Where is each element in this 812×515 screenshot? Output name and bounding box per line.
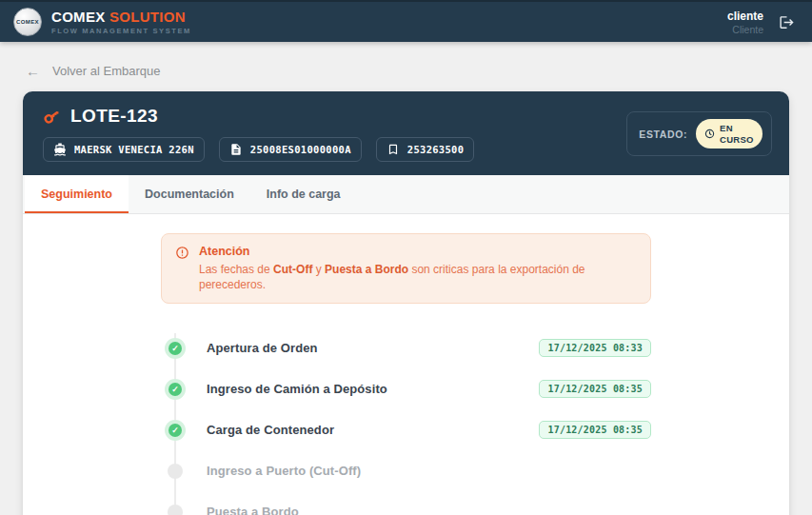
tab-info-de-carga[interactable]: Info de carga xyxy=(250,175,357,213)
alert-text-prefix: Las fechas de xyxy=(199,263,273,276)
step-marker: ✓ xyxy=(161,338,189,359)
brand-name: COMEX xyxy=(51,9,106,25)
timeline-step-ingreso-camion: ✓ Ingreso de Camión a Depósito 17/12/202… xyxy=(161,368,651,409)
timeline-step-puesta-a-bordo: Puesta a Bordo xyxy=(161,491,651,515)
step-timestamp: 17/12/2025 08:33 xyxy=(539,339,651,357)
check-icon: ✓ xyxy=(168,383,182,396)
reference-badge: 253263500 xyxy=(376,137,475,162)
card-header: LOTE-123 MAERSK VENECIA 226N 25008ES0100… xyxy=(23,91,789,175)
vessel-value: MAERSK VENECIA 226N xyxy=(74,144,194,155)
check-icon: ✓ xyxy=(168,424,182,437)
status-box: ESTADO: EN CURSO xyxy=(626,111,772,156)
step-label: Puesta a Bordo xyxy=(207,505,299,515)
timeline-step-ingreso-puerto: Ingreso a Puerto (Cut-Off) xyxy=(161,450,651,491)
step-timestamp: 17/12/2025 08:35 xyxy=(539,421,651,439)
status-badge: EN CURSO xyxy=(696,119,762,149)
status-value: EN CURSO xyxy=(720,123,752,145)
user-text: cliente Cliente xyxy=(727,10,763,35)
tracking-timeline: ✓ Apertura de Orden 17/12/2025 08:33 ✓ I… xyxy=(161,327,651,515)
bookmark-icon xyxy=(386,143,400,156)
tab-content: Atención Las fechas de Cut-Off y Puesta … xyxy=(23,214,789,515)
clock-icon xyxy=(704,129,715,139)
check-circle-icon: ✓ xyxy=(165,338,186,359)
ship-icon xyxy=(53,143,67,156)
check-icon: ✓ xyxy=(168,342,182,355)
step-marker: ✓ xyxy=(161,379,189,400)
comex-logo-icon: COMEX xyxy=(13,8,42,36)
brand-text: COMEX SOLUTION FLOW MANAGEMENT SYSTEM xyxy=(51,9,191,35)
vessel-badge: MAERSK VENECIA 226N xyxy=(43,137,205,162)
brand-title: COMEX SOLUTION xyxy=(51,9,191,25)
step-label: Ingreso de Camión a Depósito xyxy=(207,382,387,396)
alert-icon xyxy=(175,246,189,292)
user-role: Cliente xyxy=(727,24,763,35)
brand-subtitle: FLOW MANAGEMENT SYSTEM xyxy=(51,27,191,35)
check-circle-icon: ✓ xyxy=(165,420,186,441)
timeline-step-carga-contenedor: ✓ Carga de Contenedor 17/12/2025 08:35 xyxy=(161,409,651,450)
key-icon xyxy=(39,104,64,129)
alert-bold-puesta: Puesta a Bordo xyxy=(325,263,408,276)
lot-title: LOTE-123 xyxy=(70,106,158,127)
app-header: COMEX COMEX SOLUTION FLOW MANAGEMENT SYS… xyxy=(0,0,812,42)
user-area: cliente Cliente xyxy=(727,10,795,35)
status-label: ESTADO: xyxy=(639,129,687,140)
back-arrow-icon: ← xyxy=(26,63,40,79)
logout-button[interactable] xyxy=(779,14,795,30)
reference-value: 253263500 xyxy=(407,144,465,155)
alert-body: Atención Las fechas de Cut-Off y Puesta … xyxy=(199,245,637,292)
alert-text-mid: y xyxy=(312,263,325,276)
booking-badge: 25008ES01000000A xyxy=(219,137,362,162)
alert-text: Las fechas de Cut-Off y Puesta a Bordo s… xyxy=(199,262,637,292)
step-label: Apertura de Orden xyxy=(207,341,318,355)
content-column: Atención Las fechas de Cut-Off y Puesta … xyxy=(161,233,651,515)
back-link[interactable]: ← Volver al Embarque xyxy=(0,42,160,79)
brand: COMEX COMEX SOLUTION FLOW MANAGEMENT SYS… xyxy=(13,8,191,36)
timeline-step-apertura-de-orden: ✓ Apertura de Orden 17/12/2025 08:33 xyxy=(161,327,651,368)
logout-icon xyxy=(779,14,795,30)
shipment-badges: MAERSK VENECIA 226N 25008ES01000000A 253… xyxy=(43,137,474,162)
card-header-left: LOTE-123 MAERSK VENECIA 226N 25008ES0100… xyxy=(43,106,474,162)
step-marker: ✓ xyxy=(161,420,189,441)
step-label: Ingreso a Puerto (Cut-Off) xyxy=(207,464,361,478)
step-label: Carga de Contenedor xyxy=(207,423,334,437)
alert-title: Atención xyxy=(199,245,637,258)
shipment-card: LOTE-123 MAERSK VENECIA 226N 25008ES0100… xyxy=(23,91,789,515)
step-marker xyxy=(161,464,189,479)
step-timestamp: 17/12/2025 08:35 xyxy=(539,380,651,398)
lot-title-row: LOTE-123 xyxy=(43,106,474,127)
pending-circle-icon xyxy=(168,505,183,515)
brand-accent: SOLUTION xyxy=(109,9,186,25)
back-link-label: Volver al Embarque xyxy=(52,64,160,78)
tab-seguimiento[interactable]: Seguimiento xyxy=(25,175,129,213)
document-icon xyxy=(229,143,243,156)
step-marker xyxy=(161,505,189,515)
tab-documentacion[interactable]: Documentación xyxy=(129,175,250,213)
pending-circle-icon xyxy=(168,464,183,479)
user-name: cliente xyxy=(727,10,763,23)
tab-bar: Seguimiento Documentación Info de carga xyxy=(23,175,789,214)
check-circle-icon: ✓ xyxy=(165,379,186,400)
alert-bold-cutoff: Cut-Off xyxy=(273,263,312,276)
attention-alert: Atención Las fechas de Cut-Off y Puesta … xyxy=(161,233,651,304)
booking-value: 25008ES01000000A xyxy=(250,144,351,155)
